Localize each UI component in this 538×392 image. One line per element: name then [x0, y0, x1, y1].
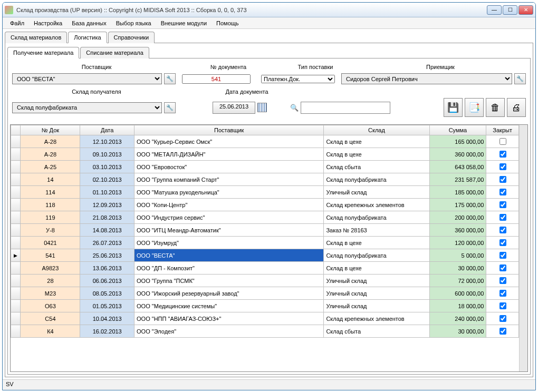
closed-checkbox[interactable] — [499, 252, 506, 259]
menu-Выбор языка[interactable]: Выбор языка — [112, 19, 156, 27]
sub-tabs: Получение материалаСписание материала — [7, 46, 531, 58]
table-row[interactable]: ▶54125.06.2013ООО "ВЕСТА"Склад полуфабри… — [11, 249, 519, 262]
column-header[interactable]: Сумма — [429, 125, 486, 135]
closed-checkbox[interactable] — [499, 151, 506, 158]
closed-checkbox[interactable] — [499, 214, 506, 221]
main-tab[interactable]: Справочники — [108, 32, 155, 43]
menu-Файл[interactable]: Файл — [6, 19, 28, 27]
main-tabs: Склад материаловЛогистикаСправочники — [5, 31, 533, 43]
column-header[interactable]: Поставщик — [134, 125, 324, 135]
doc-date-button[interactable]: 25.06.2013 — [213, 102, 255, 114]
menu-Настройка[interactable]: Настройка — [30, 19, 66, 27]
table-row[interactable]: К416.02.2013ООО "Элодея"Склад сбыта30 00… — [11, 325, 519, 338]
table-row[interactable]: А-2503.10.2013ООО "Евровосток"Склад сбыт… — [11, 161, 519, 173]
delivery-type-label: Тип поставки — [276, 64, 355, 70]
closed-checkbox[interactable] — [499, 290, 506, 297]
app-icon — [5, 6, 13, 14]
closed-checkbox[interactable] — [499, 315, 506, 322]
closed-checkbox[interactable] — [499, 138, 506, 145]
closed-checkbox[interactable] — [499, 328, 506, 335]
table-row[interactable]: М2308.05.2013ООО "Ижорский резервуарный … — [11, 287, 519, 300]
status-text: SV — [6, 381, 14, 387]
delivery-type-select[interactable]: Платежн.Док. — [261, 75, 335, 83]
closed-checkbox[interactable] — [499, 277, 506, 284]
sub-tab[interactable]: Получение материала — [7, 47, 79, 58]
menu-База данных[interactable]: База данных — [68, 19, 111, 27]
closed-checkbox[interactable] — [499, 163, 506, 170]
calendar-icon[interactable] — [257, 103, 267, 112]
close-button[interactable]: ✕ — [518, 5, 533, 15]
table-row[interactable]: С5410.04.2013ООО "НПП "АВИАГАЗ-СОЮЗ+"Скл… — [11, 312, 519, 325]
table-row[interactable]: О6301.05.2013ООО "Медицинские системы"Ул… — [11, 300, 519, 312]
table-row[interactable]: А982313.06.2013ООО "ДП - Композит"Склад … — [11, 262, 519, 275]
recipient-lookup-button[interactable]: 🔧 — [514, 73, 526, 84]
table-row[interactable]: 1402.10.2013ООО "Группа компаний Старт"С… — [11, 173, 519, 186]
docno-label: № документа — [181, 64, 276, 70]
recv-wh-select[interactable]: Склад полуфабриката — [12, 102, 162, 113]
minimize-button[interactable]: — — [487, 5, 502, 15]
recipient-label: Приемщик — [355, 64, 526, 70]
doc-date-label: Дата документа — [181, 89, 313, 95]
column-header[interactable]: Склад — [324, 125, 429, 135]
table-row[interactable]: 11921.08.2013ООО "Индустрия сервис"Склад… — [11, 211, 519, 224]
closed-checkbox[interactable] — [499, 227, 506, 233]
closed-checkbox[interactable] — [499, 189, 506, 195]
recipient-select[interactable]: Сидоров Сергей Петрович — [341, 73, 512, 84]
supplier-select[interactable]: ООО "ВЕСТА" — [12, 73, 162, 84]
menubar: ФайлНастройкаБаза данныхВыбор языкаВнешн… — [3, 17, 535, 29]
closed-checkbox[interactable] — [499, 201, 506, 208]
closed-checkbox[interactable] — [499, 302, 506, 309]
table-row[interactable]: У-814.08.2013ООО "ИТЦ Меандр-Автоматик"З… — [11, 224, 519, 237]
save-button[interactable]: 💾 — [444, 98, 463, 117]
print-button[interactable]: 🖨 — [507, 98, 526, 117]
recv-wh-label: Склад получателя — [12, 89, 181, 95]
column-header[interactable]: № Док — [21, 125, 80, 135]
main-tab[interactable]: Логистика — [68, 32, 107, 43]
table-row[interactable]: А-2812.10.2013ООО "Курьер-Сервис Омск"Ск… — [11, 135, 519, 148]
sub-tab[interactable]: Списание материала — [80, 47, 149, 58]
table-row[interactable]: 11812.09.2013ООО "Копи-Центр"Склад крепе… — [11, 199, 519, 211]
closed-checkbox[interactable] — [499, 264, 506, 271]
closed-checkbox[interactable] — [499, 239, 506, 246]
search-input[interactable] — [301, 102, 390, 114]
column-header[interactable]: Дата — [80, 125, 134, 135]
vertical-scrollbar[interactable] — [519, 125, 527, 371]
batch-button[interactable]: 📑 — [465, 98, 484, 117]
menu-Помощь[interactable]: Помощь — [212, 19, 243, 27]
docno-input[interactable] — [182, 74, 251, 84]
table-row[interactable]: 2806.06.2013ООО "Группа "ПСМК"Уличный ск… — [11, 275, 519, 287]
recv-wh-lookup-button[interactable]: 🔧 — [164, 102, 176, 113]
statusbar: SV — [3, 379, 535, 390]
main-tab[interactable]: Склад материалов — [5, 32, 67, 43]
table-row[interactable]: А-2809.10.2013ООО "МЕТАЛЛ-ДИЗАЙН"Склад в… — [11, 148, 519, 161]
supplier-lookup-button[interactable]: 🔧 — [164, 73, 176, 84]
closed-checkbox[interactable] — [499, 176, 506, 183]
window-title: Склад произвдства (UP версия) :: Copyrig… — [16, 7, 487, 13]
data-grid[interactable]: № ДокДатаПоставщикСкладСуммаЗакрыт А-281… — [10, 124, 528, 372]
delete-button[interactable]: 🗑 — [486, 98, 505, 117]
titlebar: Склад произвдства (UP версия) :: Copyrig… — [3, 3, 535, 17]
search-icon[interactable]: 🔍 — [290, 104, 299, 112]
table-row[interactable]: 042126.07.2013ООО "Изумруд"Склад в цехе1… — [11, 237, 519, 249]
column-header[interactable]: Закрыт — [486, 125, 519, 135]
table-row[interactable]: 11401.10.2013ООО "Матушка рукодельница"У… — [11, 186, 519, 199]
supplier-label: Поставщик — [12, 64, 181, 70]
maximize-button[interactable]: ☐ — [503, 5, 517, 15]
menu-Внешние модули[interactable]: Внешние модули — [157, 19, 211, 27]
